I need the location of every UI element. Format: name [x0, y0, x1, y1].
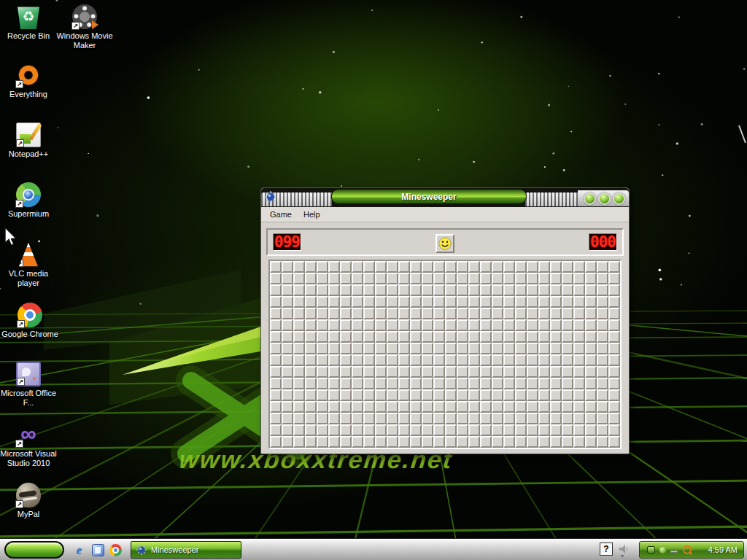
mine-cell[interactable]	[422, 378, 433, 389]
mine-cell[interactable]	[515, 261, 527, 273]
mine-cell[interactable]	[445, 343, 457, 354]
mine-cell[interactable]	[573, 401, 585, 413]
mine-cell[interactable]	[422, 331, 433, 343]
mine-cell[interactable]	[468, 389, 480, 401]
mine-cell[interactable]	[317, 284, 328, 296]
mine-cell[interactable]	[352, 296, 363, 308]
mine-cell[interactable]	[562, 284, 573, 296]
mine-cell[interactable]	[503, 378, 515, 389]
mine-cell[interactable]	[597, 284, 608, 296]
mine-cell[interactable]	[328, 413, 340, 424]
mine-cell[interactable]	[387, 436, 398, 448]
mine-cell[interactable]	[597, 424, 608, 436]
mine-cell[interactable]	[398, 343, 410, 354]
mine-cell[interactable]	[550, 261, 562, 273]
mine-cell[interactable]	[492, 378, 503, 389]
mine-cell[interactable]	[573, 343, 585, 354]
mine-cell[interactable]	[492, 401, 503, 413]
mine-cell[interactable]	[527, 413, 538, 424]
mine-cell[interactable]	[457, 308, 468, 319]
mine-cell[interactable]	[293, 436, 305, 448]
mine-cell[interactable]	[363, 284, 375, 296]
mine-cell[interactable]	[340, 261, 352, 273]
mine-cell[interactable]	[270, 389, 282, 401]
mine-cell[interactable]	[608, 389, 620, 401]
mine-cell[interactable]	[387, 308, 398, 319]
mine-cell[interactable]	[340, 296, 352, 308]
mine-cell[interactable]	[352, 261, 363, 273]
mine-cell[interactable]	[410, 424, 422, 436]
mine-cell[interactable]	[515, 413, 527, 424]
mine-cell[interactable]	[492, 319, 503, 331]
mine-cell[interactable]	[597, 366, 608, 378]
mine-cell[interactable]	[538, 401, 550, 413]
mine-cell[interactable]	[293, 308, 305, 319]
mine-cell[interactable]	[538, 284, 550, 296]
mine-cell[interactable]	[503, 331, 515, 343]
mine-cell[interactable]	[387, 284, 398, 296]
mine-cell[interactable]	[270, 331, 282, 343]
mine-cell[interactable]	[410, 273, 422, 284]
mine-cell[interactable]	[550, 378, 562, 389]
mine-cell[interactable]	[282, 343, 293, 354]
mine-cell[interactable]	[270, 424, 282, 436]
mine-cell[interactable]	[527, 308, 538, 319]
mine-cell[interactable]	[503, 343, 515, 354]
mine-cell[interactable]	[515, 343, 527, 354]
help-tray-button[interactable]: ?	[600, 542, 613, 556]
mine-cell[interactable]	[398, 319, 410, 331]
mine-cell[interactable]	[503, 284, 515, 296]
mine-cell[interactable]	[562, 296, 573, 308]
mine-cell[interactable]	[317, 273, 328, 284]
mine-cell[interactable]	[562, 436, 573, 448]
mine-cell[interactable]	[585, 366, 597, 378]
mine-cell[interactable]	[270, 366, 282, 378]
mine-cell[interactable]	[538, 436, 550, 448]
mine-cell[interactable]	[317, 331, 328, 343]
mine-cell[interactable]	[608, 413, 620, 424]
mine-cell[interactable]	[328, 261, 340, 273]
mine-cell[interactable]	[410, 261, 422, 273]
mine-cell[interactable]	[387, 413, 398, 424]
mine-cell[interactable]	[468, 261, 480, 273]
mine-cell[interactable]	[328, 308, 340, 319]
mine-cell[interactable]	[433, 308, 445, 319]
mine-cell[interactable]	[503, 261, 515, 273]
mine-cell[interactable]	[410, 354, 422, 366]
mine-cell[interactable]	[608, 424, 620, 436]
mine-cell[interactable]	[270, 354, 282, 366]
mine-cell[interactable]	[597, 378, 608, 389]
mine-cell[interactable]	[573, 378, 585, 389]
mine-cell[interactable]	[352, 343, 363, 354]
mine-cell[interactable]	[445, 308, 457, 319]
mine-cell[interactable]	[585, 343, 597, 354]
mine-cell[interactable]	[608, 261, 620, 273]
mine-cell[interactable]	[340, 366, 352, 378]
mine-cell[interactable]	[422, 389, 433, 401]
menu-game[interactable]: Game	[264, 208, 298, 221]
desktop-icon-everything[interactable]: ↗Everything	[0, 63, 57, 99]
mine-cell[interactable]	[293, 378, 305, 389]
mine-cell[interactable]	[317, 343, 328, 354]
mine-cell[interactable]	[597, 261, 608, 273]
mine-cell[interactable]	[340, 319, 352, 331]
mine-cell[interactable]	[270, 308, 282, 319]
mine-cell[interactable]	[328, 284, 340, 296]
mine-cell[interactable]	[317, 401, 328, 413]
mine-cell[interactable]	[550, 424, 562, 436]
mine-cell[interactable]	[305, 378, 317, 389]
mine-cell[interactable]	[515, 284, 527, 296]
mine-cell[interactable]	[317, 424, 328, 436]
mine-cell[interactable]	[317, 354, 328, 366]
mine-cell[interactable]	[282, 261, 293, 273]
mine-cell[interactable]	[410, 319, 422, 331]
mine-cell[interactable]	[445, 273, 457, 284]
minimize-button[interactable]	[584, 192, 596, 205]
mine-cell[interactable]	[375, 389, 387, 401]
mine-cell[interactable]	[387, 354, 398, 366]
mine-cell[interactable]	[573, 319, 585, 331]
mine-cell[interactable]	[597, 296, 608, 308]
mine-cell[interactable]	[375, 401, 387, 413]
mine-cell[interactable]	[340, 378, 352, 389]
mine-cell[interactable]	[328, 343, 340, 354]
